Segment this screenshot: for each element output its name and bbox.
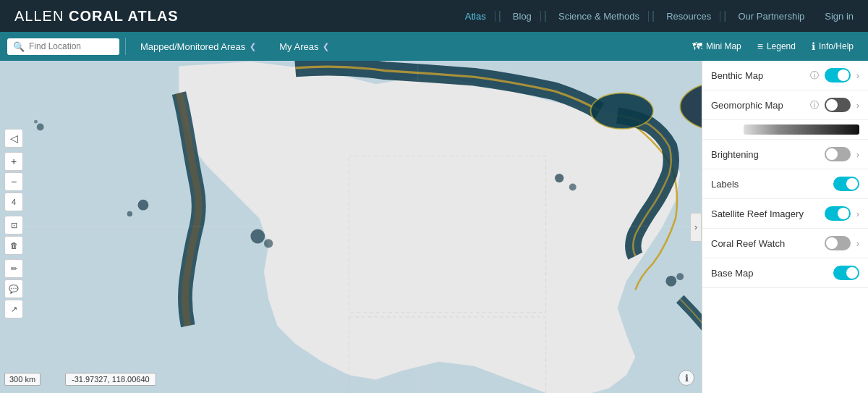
info-help-label: Info/Help: [819, 41, 854, 51]
labels-toggle[interactable]: [833, 177, 859, 191]
coral-reef-watch-label: Coral Reef Watch: [711, 238, 819, 249]
base-map-toggle[interactable]: [833, 266, 859, 280]
tab-mapped-arrow: ❮: [250, 42, 256, 51]
layer-base-map: Base Map: [702, 258, 868, 288]
geomorphic-map-label: Geomorphic Map: [711, 100, 804, 111]
layer-geomorphic-map: Geomorphic Map ⓘ ›: [702, 90, 868, 120]
back-button[interactable]: ◁: [4, 129, 23, 148]
benthic-map-label: Benthic Map: [711, 70, 804, 81]
draw-button[interactable]: ✏: [4, 259, 23, 278]
legend-label: Legend: [767, 41, 796, 51]
left-tools: ◁ + − 4 ⊡ 🗑 ✏ 💬 ↗: [4, 129, 23, 318]
search-icon: 🔍: [13, 41, 25, 52]
svg-point-25: [37, 124, 44, 131]
coordinates-display: -31.97327, 118.00640: [65, 373, 156, 386]
layer-brightening: Brightening ›: [702, 140, 868, 169]
tab-mapped-monitored[interactable]: Mapped/Monitored Areas ❮: [132, 38, 265, 55]
svg-point-26: [34, 120, 38, 124]
satellite-reef-expand-icon[interactable]: ›: [856, 208, 859, 219]
nav-blog[interactable]: Blog: [504, 11, 541, 22]
satellite-reef-toggle[interactable]: [825, 206, 851, 221]
navbar: ALLEN CORAL ATLAS Atlas | Blog | Science…: [0, 0, 868, 32]
svg-point-7: [555, 174, 563, 182]
search-box: 🔍: [7, 38, 119, 55]
legend-button[interactable]: ≡ Legend: [750, 38, 803, 55]
comment-button[interactable]: 💬: [4, 279, 23, 298]
sign-in-button[interactable]: Sign in: [825, 11, 854, 22]
zoom-in-button[interactable]: +: [4, 152, 23, 171]
geomorphic-map-info-icon[interactable]: ⓘ: [810, 99, 819, 111]
brightening-toggle[interactable]: [825, 147, 851, 161]
tab-my-areas[interactable]: My Areas ❮: [271, 38, 338, 55]
mini-map-icon: 🗺: [692, 41, 702, 52]
right-panel: Benthic Map ⓘ › Geomorphic Map ⓘ › Brigh…: [702, 61, 868, 393]
search-input[interactable]: [29, 41, 112, 51]
svg-point-10: [676, 273, 684, 280]
labels-label: Labels: [711, 179, 827, 190]
mini-map-button[interactable]: 🗺 Mini Map: [685, 38, 749, 55]
coral-reef-watch-expand-icon[interactable]: ›: [856, 238, 859, 249]
brightening-expand-icon[interactable]: ›: [856, 149, 859, 160]
tab-mapped-label: Mapped/Monitored Areas: [140, 41, 245, 52]
panel-collapse-button[interactable]: ›: [690, 213, 702, 242]
legend-icon: ≡: [757, 41, 763, 52]
layer-coral-reef-watch: Coral Reef Watch ›: [702, 229, 868, 258]
nav-sep-4: |: [723, 9, 726, 22]
nav-sep-1: |: [498, 9, 501, 22]
tab-my-areas-label: My Areas: [279, 41, 318, 52]
svg-point-3: [138, 200, 149, 211]
delete-button[interactable]: 🗑: [4, 236, 23, 255]
layer-satellite-reef: Satellite Reef Imagery ›: [702, 199, 868, 229]
brand-prefix: ALLEN: [14, 8, 69, 24]
base-map-label: Base Map: [711, 268, 827, 279]
subtoolbar: 🔍 Mapped/Monitored Areas ❮ My Areas ❮ 🗺 …: [0, 32, 868, 61]
map-info-button[interactable]: ℹ: [678, 370, 694, 386]
zoom-out-button[interactable]: −: [4, 172, 23, 191]
zoom-level-button[interactable]: 4: [4, 193, 23, 211]
svg-point-4: [127, 211, 132, 216]
brightening-label: Brightening: [711, 149, 819, 160]
info-help-button[interactable]: ℹ Info/Help: [804, 38, 861, 55]
satellite-reef-label: Satellite Reef Imagery: [711, 208, 819, 219]
coral-reef-watch-toggle[interactable]: [825, 236, 851, 250]
brand-bold: CORAL ATLAS: [69, 8, 179, 24]
color-gradient: [744, 124, 859, 135]
share-button[interactable]: ↗: [4, 300, 23, 318]
svg-point-9: [665, 276, 676, 287]
nav-atlas[interactable]: Atlas: [456, 11, 495, 22]
nav-sep-2: |: [544, 9, 547, 22]
fit-bounds-button[interactable]: ⊡: [4, 216, 23, 234]
divider-1: [125, 38, 126, 55]
info-help-icon: ℹ: [812, 41, 815, 52]
nav-links: Atlas | Blog | Science & Methods | Resou…: [456, 9, 813, 22]
right-tools: 🗺 Mini Map ≡ Legend ℹ Info/Help: [685, 38, 861, 55]
nav-science-methods[interactable]: Science & Methods: [550, 11, 649, 22]
svg-point-8: [569, 184, 576, 191]
benthic-map-info-icon[interactable]: ⓘ: [810, 69, 819, 82]
color-swatch-row: [702, 120, 868, 140]
mini-map-label: Mini Map: [706, 41, 741, 51]
svg-point-6: [264, 239, 273, 248]
nav-sep-3: |: [652, 9, 655, 22]
nav-our-partnership[interactable]: Our Partnership: [729, 11, 813, 22]
geomorphic-map-toggle[interactable]: [825, 98, 851, 112]
layer-labels: Labels: [702, 169, 868, 199]
svg-point-5: [250, 229, 265, 244]
scale-bar: 300 km: [4, 373, 41, 386]
layer-benthic-map: Benthic Map ⓘ ›: [702, 61, 868, 90]
tab-my-areas-arrow: ❮: [323, 42, 329, 51]
brand-logo: ALLEN CORAL ATLAS: [14, 8, 179, 25]
geomorphic-map-expand-icon[interactable]: ›: [856, 100, 859, 111]
nav-resources[interactable]: Resources: [658, 11, 720, 22]
benthic-map-toggle[interactable]: [825, 68, 851, 83]
benthic-map-expand-icon[interactable]: ›: [856, 70, 859, 81]
